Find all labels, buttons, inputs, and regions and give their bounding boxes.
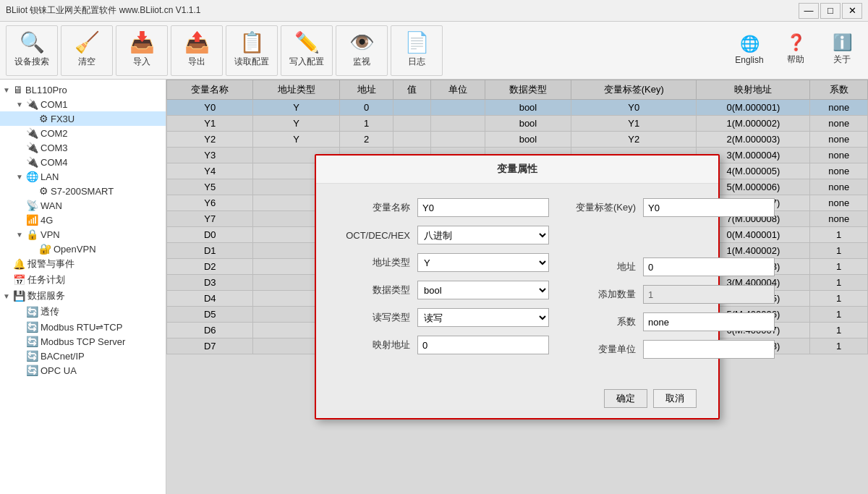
confirm-button[interactable]: 确定 — [604, 389, 647, 408]
sidebar-item-4g[interactable]: 📶4G — [0, 213, 166, 227]
sidebar-item-task[interactable]: 📅任务计划 — [0, 272, 166, 288]
sidebar-label-com3: COM3 — [41, 142, 68, 153]
sidebar-item-dataservice[interactable]: ▼💾数据服务 — [0, 288, 166, 304]
toolbar-about-button[interactable]: ℹ️关于 — [822, 25, 862, 76]
sidebar-label-com2: COM2 — [41, 128, 68, 139]
data-type-select[interactable]: bool int16 uint16 float — [417, 281, 549, 299]
tree-icon-lan: 🌐 — [26, 171, 38, 182]
sidebar-item-com2[interactable]: 🔌COM2 — [0, 126, 166, 140]
tree-arrow-vpn: ▼ — [16, 231, 26, 239]
sidebar-item-bl110pro[interactable]: ▼🖥BL110Pro — [0, 82, 166, 97]
coeff-input[interactable] — [643, 312, 775, 331]
var-key-row: 变量标签(Key) — [563, 198, 775, 217]
window-controls: — □ ✕ — [799, 3, 862, 19]
oct-dec-hex-row: OCT/DEC/HEX 八进制 十进制 十六进制 — [338, 226, 549, 244]
app-title: BLiiot 钡铼工业网关配置软件 www.BLiiot.cn V1.1.1 — [6, 4, 200, 17]
variable-properties-modal: 变量属性 变量名称 OCT/DEC/HEX 八进制 — [315, 154, 720, 420]
tree-icon-com2: 🔌 — [26, 127, 38, 139]
tree-icon-vpn: 🔒 — [26, 229, 38, 240]
sidebar-label-modbus-tcp: Modbus TCP Server — [41, 336, 125, 347]
addr-type-label: 地址类型 — [338, 256, 410, 269]
sidebar-label-s7200: S7-200SMART — [51, 186, 114, 197]
sidebar-item-transparent[interactable]: 🔄透传 — [0, 304, 166, 320]
coeff-row: 系数 — [563, 312, 775, 331]
sidebar-label-com1: COM1 — [41, 99, 68, 110]
toolbar-log-button[interactable]: 📄日志 — [391, 25, 443, 76]
sidebar-label-lan: LAN — [41, 171, 59, 182]
sidebar-item-opc[interactable]: 🔄OPC UA — [0, 363, 166, 378]
tree-icon-bacnet: 🔄 — [26, 350, 38, 362]
sidebar-label-opc: OPC UA — [41, 365, 77, 376]
toolbar-write-button[interactable]: ✏️写入配置 — [281, 25, 333, 76]
toolbar-english-button[interactable]: 🌐English — [729, 25, 770, 76]
cancel-button[interactable]: 取消 — [653, 389, 697, 408]
map-addr-input[interactable] — [417, 336, 549, 354]
var-name-input[interactable] — [417, 198, 549, 217]
minimize-button[interactable]: — — [799, 3, 819, 19]
tree-icon-task: 📅 — [13, 274, 25, 286]
tree-icon-4g: 📶 — [26, 214, 38, 226]
help-icon: ❓ — [786, 35, 806, 51]
tree-arrow-lan: ▼ — [16, 173, 26, 181]
sidebar-item-bacnet[interactable]: 🔄BACnet/IP — [0, 349, 166, 363]
sidebar-item-s7200[interactable]: ⚙S7-200SMART — [0, 184, 166, 198]
sidebar-label-bl110pro: BL110Pro — [25, 85, 67, 95]
var-name-label: 变量名称 — [338, 201, 410, 214]
tree-icon-com3: 🔌 — [26, 142, 38, 153]
sidebar-item-modbus-rtu[interactable]: 🔄Modbus RTU⇌TCP — [0, 320, 166, 334]
toolbar-import-button[interactable]: 📥导入 — [116, 25, 168, 76]
sidebar-item-vpn[interactable]: ▼🔒VPN — [0, 227, 166, 242]
var-key-label: 变量标签(Key) — [563, 201, 636, 214]
tree-icon-com4: 🔌 — [26, 156, 38, 168]
var-unit-row: 变量单位 — [563, 340, 775, 359]
sidebar-item-com1[interactable]: ▼🔌COM1 — [0, 97, 166, 111]
maximize-button[interactable]: □ — [820, 3, 841, 19]
sidebar-item-fx3u[interactable]: ⚙FX3U — [0, 111, 166, 126]
sidebar-item-com3[interactable]: 🔌COM3 — [0, 140, 166, 155]
toolbar-search-button[interactable]: 🔍设备搜索 — [6, 25, 58, 76]
sidebar-item-modbus-tcp[interactable]: 🔄Modbus TCP Server — [0, 334, 166, 349]
spacer — [563, 226, 775, 257]
modal-right-col: 变量标签(Key) 地址 添加数量 — [563, 198, 775, 367]
modal-footer: 确定 取消 — [316, 382, 718, 418]
data-type-label: 数据类型 — [338, 284, 410, 297]
tree-icon-opc: 🔄 — [26, 365, 38, 376]
import-icon: 📥 — [129, 33, 155, 53]
sidebar-item-alarm[interactable]: 🔔报警与事件 — [0, 256, 166, 272]
rw-type-select[interactable]: 读写 只读 只写 — [417, 308, 549, 327]
toolbar-clear-button[interactable]: 🧹清空 — [61, 25, 113, 76]
oct-dec-hex-select[interactable]: 八进制 十进制 十六进制 — [417, 226, 549, 244]
toolbar-help-button[interactable]: ❓帮助 — [775, 25, 816, 76]
map-addr-label: 映射地址 — [338, 338, 410, 352]
add-count-row: 添加数量 — [563, 285, 775, 304]
addr-label: 地址 — [563, 260, 636, 273]
tree-arrow-dataservice: ▼ — [3, 292, 13, 300]
close-button[interactable]: ✕ — [842, 3, 862, 19]
addr-input[interactable] — [643, 257, 775, 276]
write-icon: ✏️ — [294, 33, 320, 53]
modal-body: 变量名称 OCT/DEC/HEX 八进制 十进制 十六进制 — [316, 184, 718, 382]
tree-icon-wan: 📡 — [26, 200, 38, 211]
var-key-input[interactable] — [643, 198, 775, 217]
sidebar-label-task: 任务计划 — [27, 273, 65, 286]
toolbar-left: 🔍设备搜索🧹清空📥导入📤导出📋读取配置✏️写入配置👁️监视📄日志 — [6, 25, 443, 76]
sidebar-item-openvpn[interactable]: 🔐OpenVPN — [0, 242, 166, 256]
addr-type-select[interactable]: Y X M D — [417, 253, 549, 272]
rw-type-label: 读写类型 — [338, 311, 410, 324]
sidebar-label-com4: COM4 — [41, 157, 68, 168]
log-icon: 📄 — [404, 33, 430, 53]
tree-icon-dataservice: 💾 — [13, 290, 25, 302]
sidebar-item-lan[interactable]: ▼🌐LAN — [0, 169, 166, 184]
toolbar-read-button[interactable]: 📋读取配置 — [226, 25, 278, 76]
tree-icon-openvpn: 🔐 — [39, 243, 51, 255]
sidebar-item-com4[interactable]: 🔌COM4 — [0, 155, 166, 169]
read-icon: 📋 — [239, 33, 265, 53]
coeff-label: 系数 — [563, 315, 636, 328]
sidebar-label-openvpn: OpenVPN — [54, 244, 96, 255]
sidebar-item-wan[interactable]: 📡WAN — [0, 198, 166, 213]
toolbar-monitor-button[interactable]: 👁️监视 — [336, 25, 388, 76]
var-unit-input[interactable] — [643, 340, 775, 359]
sidebar-label-4g: 4G — [41, 215, 53, 226]
toolbar-export-button[interactable]: 📤导出 — [171, 25, 223, 76]
sidebar-label-wan: WAN — [41, 200, 62, 211]
